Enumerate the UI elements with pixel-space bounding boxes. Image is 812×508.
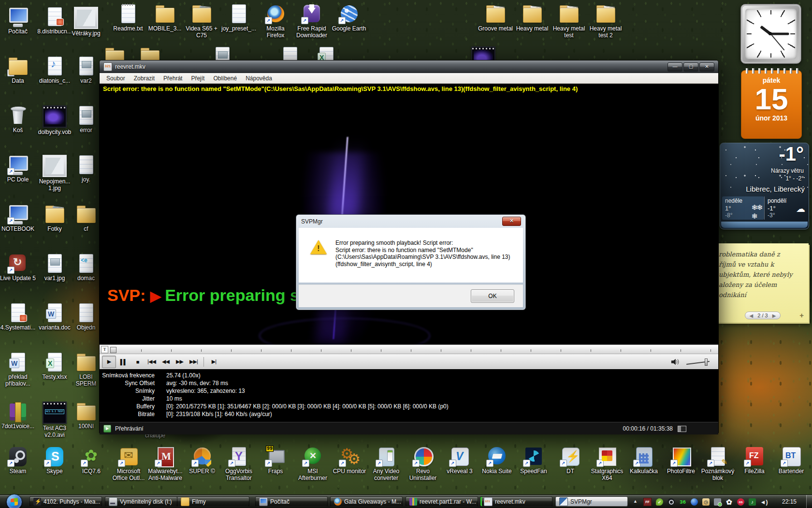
status-icon: ▶ — [103, 425, 111, 433]
docls-icon — [75, 303, 97, 323]
rewind-button[interactable]: ◀◀ — [159, 356, 172, 368]
stop-button[interactable]: ■ — [131, 356, 144, 368]
file-icon — [228, 4, 250, 24]
ppt-icon — [44, 7, 66, 27]
super-icon: ↗ — [191, 447, 213, 467]
weather-gadget[interactable]: -1° Nárazy větru 1° - -2° Liberec, Liber… — [720, 143, 809, 229]
taskbar-button-label: SVPMgr — [570, 498, 592, 505]
seek-bar[interactable]: T — [100, 344, 718, 354]
desktop-icon-bartender[interactable]: ↗Bartender — [769, 447, 812, 475]
note-line: říjmů ve vztahu k — [719, 259, 805, 269]
media-monkey-icon[interactable]: ♪ — [749, 498, 756, 506]
dialog-close-button[interactable]: ✕ — [502, 217, 521, 226]
note-prev-button[interactable]: ◀ — [750, 313, 754, 318]
ffdshow-icon[interactable]: FF — [643, 498, 652, 506]
mbam-icon: ↗ — [154, 447, 176, 467]
note-add-button[interactable]: + — [799, 311, 804, 319]
taskbar-button-gala-giveaways-m[interactable]: Gala Giveaways - M... — [330, 496, 403, 507]
desktop-icon-heavy-metal-test-2[interactable]: Heavy metal test 2 — [583, 4, 628, 39]
shortcut-arrow-icon: ↗ — [744, 460, 751, 467]
steam-icon[interactable] — [667, 498, 675, 506]
volume-knob[interactable] — [705, 359, 708, 366]
taskbar-button-svpmgr[interactable]: SVPMgr — [555, 496, 628, 507]
calendar-gadget[interactable]: pátek 15 únor 2013 — [741, 70, 802, 139]
play-button[interactable]: ▶ — [102, 356, 116, 368]
clock-gadget[interactable] — [740, 4, 801, 64]
show-desktop-button[interactable] — [806, 495, 812, 508]
ok-button[interactable]: OK — [471, 289, 514, 303]
shortcut-arrow-icon: ↗ — [633, 460, 640, 467]
start-button[interactable] — [6, 494, 22, 508]
skip-start-button[interactable]: |◀◀ — [145, 356, 158, 368]
skip-end-button[interactable]: ▶▶| — [187, 356, 200, 368]
forecast-day[interactable]: pondělí -1° -3° ☁ — [764, 196, 807, 220]
folder-sheet — [51, 206, 64, 224]
vreveal-icon: ↗ — [449, 447, 471, 467]
maximize-button[interactable]: ▢ — [683, 62, 698, 72]
desktop-icon-google-earth[interactable]: ↗Google Earth — [327, 4, 371, 32]
volume-control[interactable] — [658, 354, 711, 369]
menu-item-p-ehr-t[interactable]: Přehrát — [159, 74, 187, 83]
folderphotos-icon — [44, 204, 66, 224]
tray-clock[interactable]: 22:15 — [777, 498, 801, 505]
close-button[interactable]: ✕ — [699, 62, 714, 72]
icon-label: Bartender — [769, 468, 812, 475]
pause-button[interactable]: ▌▌ — [117, 356, 130, 368]
computer-icon — [7, 7, 29, 27]
note-line: roblematika daně z — [719, 249, 805, 259]
menu-item-zobrazit[interactable]: Zobrazit — [130, 74, 159, 83]
videothumb-icon — [43, 105, 67, 128]
taskbar-button-filmy[interactable]: Filmy — [177, 496, 249, 507]
player-titlebar[interactable]: 321 reevret.mkv — ▢ ✕ — [100, 60, 718, 73]
icq-flower-icon[interactable]: ✿ — [725, 498, 733, 506]
volume-icon[interactable]: ◄) — [760, 498, 768, 506]
bartender-icon: ↗ — [780, 447, 802, 467]
taskbar-button-reevret-mkv[interactable]: reevret.mkv — [480, 496, 552, 507]
sticky-note-gadget[interactable]: roblematika daně zříjmů ve vztahu kubjek… — [717, 243, 809, 322]
safely-remove-usb-icon[interactable] — [714, 498, 721, 506]
windows-update-icon[interactable] — [691, 498, 698, 506]
note-text[interactable]: roblematika daně zříjmů ve vztahu kubjek… — [717, 243, 809, 300]
seek-thumb[interactable] — [110, 347, 116, 353]
note-page-indicator: 2 / 3 — [757, 313, 768, 318]
menu-item-n-pov-da[interactable]: Nápověda — [241, 74, 276, 83]
seek-ticks — [111, 349, 713, 352]
icon-label: Větráky.jpg — [64, 30, 108, 37]
frame-step-button[interactable]: ▶| — [207, 356, 220, 368]
menu-item-p-ej-t[interactable]: Přejít — [187, 74, 209, 83]
controls-separator — [203, 357, 204, 367]
lastfm-icon[interactable]: os — [737, 498, 744, 506]
show-hidden-icons-button[interactable]: ▲ — [633, 499, 638, 504]
scheduler-clock-icon[interactable]: ◷ — [702, 498, 710, 506]
video-arc — [259, 318, 430, 344]
taskbar-button-vym-niteln-disk-i[interactable]: Vyměnitelný disk (I:) — [105, 496, 177, 507]
taskbar-button-4102-puhdys-mea[interactable]: 4102. Puhdys - Mea... — [29, 496, 102, 507]
stats-label: Sync Offset — [100, 379, 155, 387]
player-menubar: SouborZobrazitPřehrátPřejítOblíbenéNápov… — [100, 73, 718, 84]
winamp-icon — [33, 498, 41, 506]
seek-preview-icon: T — [101, 346, 108, 353]
folder-icon — [181, 497, 189, 506]
shortcut-arrow-icon: ↗ — [302, 460, 309, 467]
dialog-title: SVPMgr — [301, 218, 323, 225]
taskbar-button-po-ta[interactable]: Počítač — [255, 496, 328, 507]
minimize-button[interactable]: — — [667, 62, 682, 72]
taskbar-button-reevret-part1-rar-w[interactable]: reevret.part1.rar - W... — [406, 496, 478, 507]
shortcut-arrow-icon: ↗ — [191, 460, 199, 467]
note-next-button[interactable]: ▶ — [772, 313, 776, 318]
desktop: Počítač↗DataKoš↗PC Dole↗NOTEBOOK↗Live Up… — [0, 0, 812, 508]
coretemp-icon[interactable]: 36 — [679, 498, 686, 506]
fast-forward-button[interactable]: ▶▶ — [173, 356, 186, 368]
folder-sheet — [565, 6, 578, 23]
menu-item-soubor[interactable]: Soubor — [102, 74, 130, 83]
menu-item-obl-ben[interactable]: Oblíbené — [209, 74, 241, 83]
antivirus-leaf-icon[interactable] — [656, 498, 663, 506]
forecast-day[interactable]: neděle 1° -8° ❄❄❄ — [722, 196, 764, 220]
ogg-icon: ↗ — [228, 447, 250, 467]
speaker-icon[interactable] — [671, 358, 680, 366]
player-statusbar: ▶ Přehrávání 00:00:16 / 01:35:38 — [100, 422, 718, 434]
liveupdate-icon: ↗ — [7, 254, 29, 274]
desktop-icon-v-tr-ky-jpg[interactable]: Větráky.jpg — [64, 7, 108, 37]
dialog-titlebar[interactable]: SVPMgr — [296, 215, 525, 228]
taskbar-button-label: Vyměnitelný disk (I:) — [120, 498, 172, 505]
